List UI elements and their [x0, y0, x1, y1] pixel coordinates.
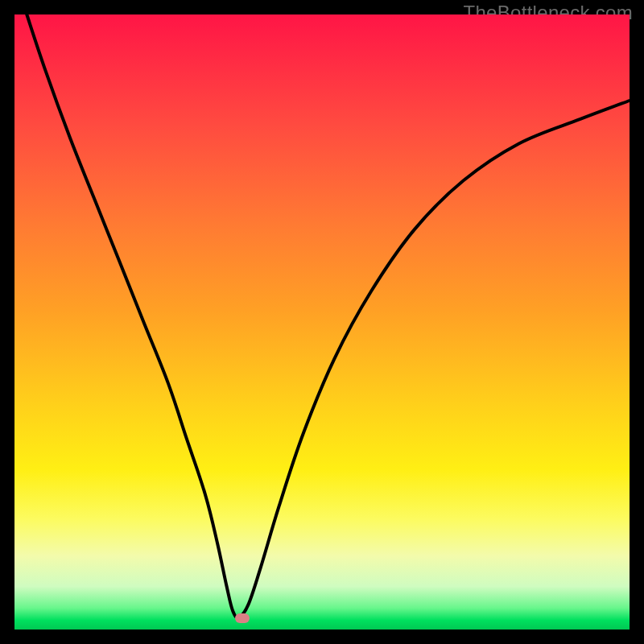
chart-svg	[14, 14, 630, 630]
bottleneck-curve-line	[27, 14, 630, 617]
optimal-point-marker	[235, 613, 250, 623]
chart-plot-area	[14, 14, 630, 630]
